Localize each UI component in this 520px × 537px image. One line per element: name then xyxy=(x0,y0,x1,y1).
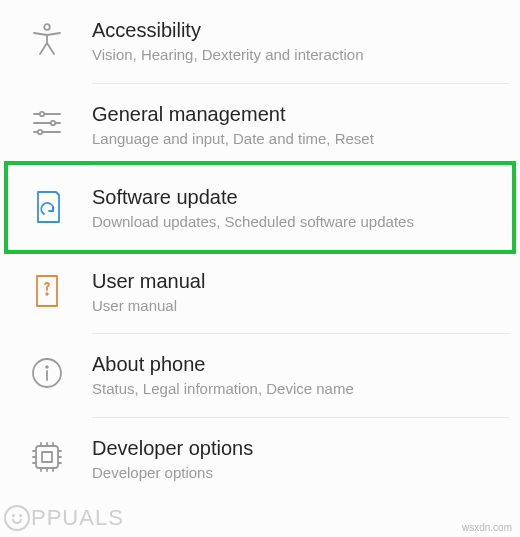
user-manual-icon xyxy=(20,269,92,309)
developer-icon xyxy=(20,436,92,474)
item-title: General management xyxy=(92,102,500,127)
software-update-icon xyxy=(20,185,92,225)
settings-item-general-management[interactable]: General management Language and input, D… xyxy=(0,84,520,167)
svg-point-8 xyxy=(46,293,48,295)
item-title: Accessibility xyxy=(92,18,500,43)
svg-point-6 xyxy=(38,129,42,133)
item-title: User manual xyxy=(92,269,500,294)
sliders-icon xyxy=(20,102,92,140)
watermark: PPUALS xyxy=(4,505,124,531)
svg-point-0 xyxy=(44,24,50,30)
item-title: About phone xyxy=(92,352,500,377)
svg-rect-13 xyxy=(42,452,52,462)
watermark-face-icon xyxy=(4,505,30,531)
settings-list: Accessibility Vision, Hearing, Dexterity… xyxy=(0,0,520,500)
item-subtitle: Download updates, Scheduled software upd… xyxy=(92,212,500,232)
info-icon xyxy=(20,352,92,390)
settings-item-user-manual[interactable]: User manual User manual xyxy=(0,251,520,334)
item-title: Developer options xyxy=(92,436,500,461)
item-subtitle: Developer options xyxy=(92,463,500,483)
svg-rect-12 xyxy=(36,446,58,468)
svg-point-2 xyxy=(40,111,44,115)
credit-text: wsxdn.com xyxy=(462,522,512,533)
accessibility-icon xyxy=(20,18,92,56)
svg-point-4 xyxy=(51,120,55,124)
settings-item-about-phone[interactable]: About phone Status, Legal information, D… xyxy=(0,334,520,417)
settings-item-developer-options[interactable]: Developer options Developer options xyxy=(0,418,520,501)
item-subtitle: Status, Legal information, Device name xyxy=(92,379,500,399)
watermark-text: PPUALS xyxy=(31,505,124,531)
settings-item-software-update[interactable]: Software update Download updates, Schedu… xyxy=(0,167,520,250)
item-subtitle: Language and input, Date and time, Reset xyxy=(92,129,500,149)
svg-point-10 xyxy=(46,366,48,368)
item-subtitle: Vision, Hearing, Dexterity and interacti… xyxy=(92,45,500,65)
item-title: Software update xyxy=(92,185,500,210)
svg-rect-7 xyxy=(37,276,57,306)
settings-item-accessibility[interactable]: Accessibility Vision, Hearing, Dexterity… xyxy=(0,0,520,83)
item-subtitle: User manual xyxy=(92,296,500,316)
